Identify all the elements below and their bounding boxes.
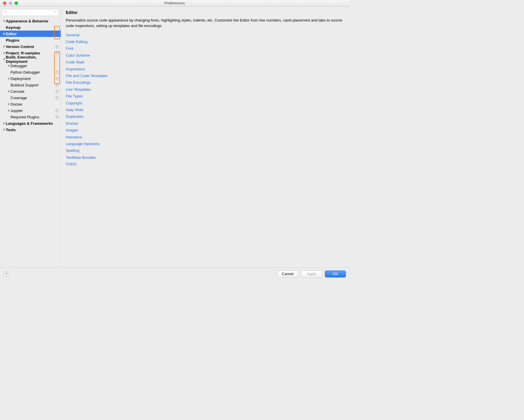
sidebar-item-editor[interactable]: Editor: [0, 31, 61, 37]
editor-link-file-types[interactable]: File Types: [66, 93, 345, 99]
project-scope-icon: [55, 83, 59, 87]
sidebar-item-label: Docker: [10, 102, 59, 106]
settings-tree: Appearance & BehaviorKeymapEditorPlugins…: [0, 17, 61, 267]
project-scope-icon: [55, 70, 59, 74]
page-description: Personalize source code appearance by ch…: [66, 18, 345, 29]
sidebar-item-label: Required Plugins: [10, 115, 54, 119]
ok-button[interactable]: OK: [325, 270, 346, 277]
project-scope-icon: [55, 45, 59, 49]
sidebar-item-tools[interactable]: Tools: [0, 127, 61, 133]
editor-link-spelling[interactable]: Spelling: [66, 147, 345, 154]
sidebar-item-python-debugger[interactable]: Python Debugger: [0, 69, 61, 75]
editor-link-file-and-code-templates[interactable]: File and Code Templates: [66, 72, 345, 79]
disclosure-right-icon[interactable]: [8, 90, 10, 92]
svg-rect-15: [56, 97, 59, 99]
project-scope-icon: [55, 115, 59, 119]
disclosure-right-icon[interactable]: [8, 65, 10, 67]
help-button[interactable]: ?: [3, 271, 9, 277]
sidebar-item-label: Python Debugger: [10, 70, 54, 74]
editor-link-emmet[interactable]: Emmet: [66, 120, 345, 127]
search-icon: [4, 10, 7, 15]
sidebar-item-label: Console: [10, 89, 54, 94]
page-title: Editor: [66, 10, 345, 15]
editor-link-language-injections[interactable]: Language Injections: [66, 140, 345, 147]
svg-rect-5: [56, 52, 59, 54]
chevron-down-icon: [54, 10, 57, 15]
sidebar-item-plugins[interactable]: Plugins: [0, 37, 61, 43]
editor-link-code-editing[interactable]: Code Editing: [66, 38, 345, 45]
sidebar-item-label: Tools: [6, 128, 59, 132]
sidebar-item-coverage[interactable]: Coverage: [0, 95, 61, 101]
svg-rect-11: [56, 84, 59, 86]
sidebar-item-label: Plugins: [6, 38, 59, 42]
sidebar-item-appearance-behavior[interactable]: Appearance & Behavior: [0, 18, 61, 24]
editor-link-duplicates[interactable]: Duplicates: [66, 113, 345, 120]
disclosure-down-icon[interactable]: [3, 58, 6, 60]
sidebar-item-languages-frameworks[interactable]: Languages & Frameworks: [0, 120, 61, 127]
editor-link-code-style[interactable]: Code Style: [66, 59, 345, 65]
sidebar-item-version-control[interactable]: Version Control: [0, 43, 61, 50]
editor-link-intentions[interactable]: Intentions: [66, 134, 345, 140]
disclosure-right-icon[interactable]: [8, 103, 10, 105]
editor-link-inlay-hints[interactable]: Inlay Hints: [66, 106, 345, 113]
disclosure-right-icon[interactable]: [3, 129, 6, 131]
project-scope-icon: [55, 89, 59, 93]
svg-point-0: [4, 11, 6, 13]
project-scope-icon: [55, 51, 59, 55]
apply-button[interactable]: Apply: [301, 270, 322, 277]
editor-link-todo[interactable]: TODO: [66, 161, 345, 168]
disclosure-right-icon[interactable]: [3, 52, 6, 54]
sidebar-item-buildout-support[interactable]: Buildout Support: [0, 82, 61, 88]
cancel-button[interactable]: Cancel: [277, 270, 298, 277]
titlebar: Preferences: [0, 0, 349, 6]
sidebar-item-label: Project: R-samples: [6, 51, 54, 55]
sidebar-item-required-plugins[interactable]: Required Plugins: [0, 114, 61, 120]
disclosure-right-icon[interactable]: [3, 45, 6, 48]
project-scope-icon: [55, 108, 59, 113]
disclosure-right-icon[interactable]: [3, 33, 6, 35]
sidebar-item-label: Coverage: [10, 96, 54, 100]
editor-subpage-links: GeneralCode EditingFontColor SchemeCode …: [66, 32, 345, 168]
sidebar-item-label: Keymap: [6, 25, 59, 30]
editor-link-inspections[interactable]: Inspections: [66, 66, 345, 72]
editor-link-font[interactable]: Font: [66, 45, 345, 52]
svg-line-1: [6, 13, 7, 13]
editor-link-textmate-bundles[interactable]: TextMate Bundles: [66, 154, 345, 161]
sidebar-item-label: Version Control: [6, 45, 54, 49]
editor-link-images[interactable]: Images: [66, 127, 345, 134]
svg-rect-7: [56, 72, 59, 74]
svg-rect-9: [56, 78, 59, 80]
editor-link-color-scheme[interactable]: Color Scheme: [66, 52, 345, 59]
disclosure-right-icon[interactable]: [3, 20, 6, 22]
sidebar-item-label: Appearance & Behavior: [6, 19, 59, 23]
sidebar-item-docker[interactable]: Docker: [0, 101, 61, 107]
sidebar-item-label: Jupyter: [10, 108, 54, 113]
svg-rect-17: [56, 110, 59, 112]
editor-link-general[interactable]: General: [66, 32, 345, 38]
sidebar-item-build-execution-deployment[interactable]: Build, Execution, Deployment: [0, 56, 61, 63]
sidebar-item-jupyter[interactable]: Jupyter: [0, 107, 61, 114]
window-title: Preferences: [0, 1, 349, 5]
svg-rect-19: [56, 116, 59, 118]
sidebar: Appearance & BehaviorKeymapEditorPlugins…: [0, 7, 61, 267]
search-input[interactable]: [2, 9, 59, 16]
sidebar-item-console[interactable]: Console: [0, 88, 61, 95]
disclosure-right-icon[interactable]: [8, 109, 10, 112]
svg-rect-13: [56, 91, 59, 93]
sidebar-item-keymap[interactable]: Keymap: [0, 24, 61, 31]
disclosure-right-icon[interactable]: [8, 77, 10, 80]
sidebar-item-label: Debugger: [10, 64, 59, 68]
main-panel: Editor Personalize source code appearanc…: [61, 7, 349, 267]
project-scope-icon: [55, 76, 59, 81]
sidebar-item-label: Deployment: [10, 76, 54, 81]
svg-rect-3: [56, 46, 59, 48]
sidebar-item-label: Editor: [6, 32, 59, 36]
disclosure-right-icon[interactable]: [3, 122, 6, 124]
editor-link-copyright[interactable]: Copyright: [66, 100, 345, 106]
editor-link-live-templates[interactable]: Live Templates: [66, 86, 345, 93]
sidebar-item-deployment[interactable]: Deployment: [0, 75, 61, 82]
editor-link-file-encodings[interactable]: File Encodings: [66, 79, 345, 86]
sidebar-item-debugger[interactable]: Debugger: [0, 63, 61, 69]
dialog-footer: ? Cancel Apply OK: [0, 267, 349, 280]
search-field[interactable]: [8, 10, 54, 15]
